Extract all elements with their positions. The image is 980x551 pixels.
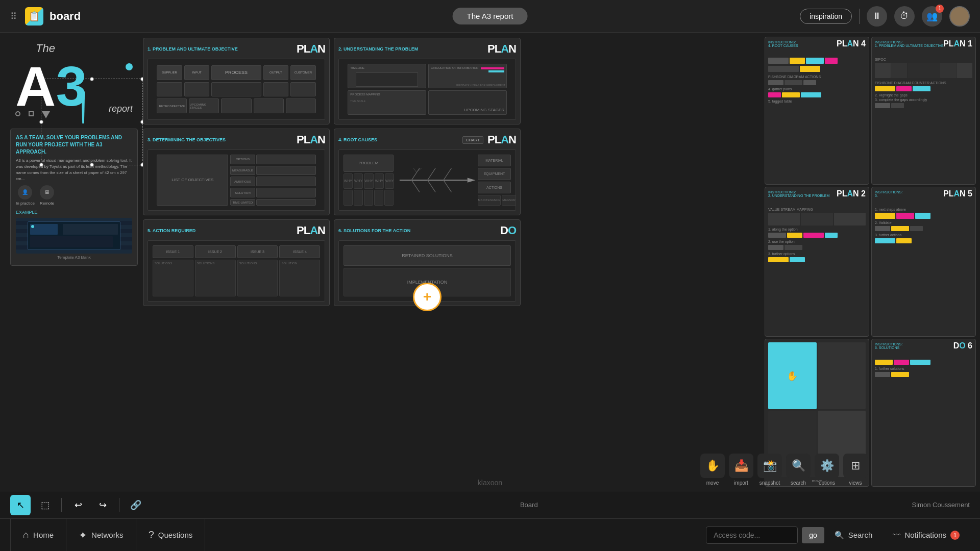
- do6-blocks: [875, 360, 972, 365]
- grid-row-3: 5. ACTION REQUIRED PLAN ISSUE 1 ISSUE 2 …: [143, 219, 521, 306]
- process-body-row: [157, 82, 315, 97]
- users-button[interactable]: 👥 1: [922, 6, 942, 27]
- m2b4: [825, 233, 838, 238]
- panel-5-number: 5. ACTION REQUIRED: [148, 228, 195, 233]
- select-tool-button[interactable]: ↖: [10, 495, 31, 515]
- why-b3: [364, 190, 373, 206]
- time-label: TIME SCALE: [350, 99, 424, 103]
- upcoming-stages-label: UPCOMING STAGES: [464, 108, 504, 112]
- link-tool-button[interactable]: 🔗: [126, 495, 146, 515]
- panel-4-number: 4. ROOT CAUSES: [338, 137, 377, 142]
- b4-1: [768, 58, 789, 64]
- do6-blocks2: [875, 372, 972, 377]
- issue-2: ISSUE 2: [195, 245, 236, 258]
- access-code-area: go: [706, 527, 824, 544]
- pause-icon: ⏸: [872, 11, 881, 21]
- panel-5-content: ISSUE 1 ISSUE 2 ISSUE 3 ISSUE 4 SOLUTION…: [148, 240, 325, 302]
- lasso-tool-button[interactable]: ⬚: [35, 495, 55, 515]
- b4-5: [768, 66, 799, 72]
- proc-b2: [184, 82, 210, 97]
- grid-row-2: 3. DETERMINING THE OBJECTIVES PLAN LIST …: [143, 129, 521, 215]
- und-3: PROCESS MAPPING TIME SCALE: [348, 90, 426, 115]
- document-title-button[interactable]: The A3 report: [453, 8, 528, 24]
- sipoc-5: [957, 63, 972, 78]
- handle-bl[interactable]: [39, 163, 43, 167]
- output-cell: OUTPUT: [263, 65, 289, 80]
- vsm-vis: [768, 213, 866, 226]
- root-f1: MAINTENANCE: [478, 195, 501, 206]
- questions-label: Questions: [158, 531, 193, 539]
- mini-2-list: 1. along the option: [768, 228, 866, 231]
- why-row: WHY WHY WHY WHY WHY: [344, 173, 394, 189]
- move-icon-btn[interactable]: ✋: [700, 454, 725, 478]
- nav-questions[interactable]: ? Questions: [136, 519, 206, 551]
- options-icon-btn[interactable]: ⚙️: [815, 454, 839, 478]
- handle-ml[interactable]: [39, 120, 43, 124]
- logo-text: board: [50, 10, 81, 23]
- undo-button[interactable]: ↩: [68, 495, 88, 515]
- mini-do6-content: 1. further solutions: [875, 360, 972, 377]
- users-badge: 1: [936, 5, 944, 13]
- panel-6: 6. SOLUTIONS FOR THE ACTION DO RETAINED …: [334, 219, 521, 306]
- process-map-vis: [350, 97, 424, 98]
- avatar[interactable]: [949, 6, 970, 27]
- handle-bm[interactable]: [90, 163, 94, 167]
- ambitious-cell: AMBITIOUS: [230, 177, 255, 186]
- go-button[interactable]: go: [802, 527, 824, 543]
- inspiration-button[interactable]: inspiration: [800, 9, 852, 24]
- pause-button[interactable]: ⏸: [867, 6, 887, 27]
- notifications-icon: 〰: [893, 531, 900, 539]
- add-button[interactable]: +: [413, 283, 442, 311]
- why-5: WHY: [385, 173, 394, 189]
- snapshot-icon-btn[interactable]: 📸: [757, 454, 782, 478]
- panel-6-badge: DO: [500, 224, 516, 237]
- snapshot-tool[interactable]: 📸 snapshot: [757, 454, 782, 486]
- mini-4-blocks: [768, 58, 866, 72]
- access-code-input[interactable]: [706, 527, 798, 544]
- measurable-cell: MEASURABLE: [230, 166, 255, 176]
- mini-plan-5-badge: PLAN 5: [943, 189, 972, 198]
- sipoc-3: [908, 63, 939, 78]
- sipoc-1: [875, 63, 891, 78]
- views-icon-btn[interactable]: ⊞: [843, 454, 868, 478]
- search-tool[interactable]: 🔍 search: [786, 454, 811, 486]
- import-icon-btn[interactable]: 📥: [729, 454, 753, 478]
- upcoming-cell: UPCOMING STAGES: [189, 98, 219, 113]
- redo-icon: ↪: [99, 499, 107, 511]
- notifications-badge: 1: [950, 531, 960, 540]
- notifications-label: Notifications: [904, 531, 946, 539]
- panel-6-content: RETAINED SOLUTIONS IMPLEMENTATION +: [338, 240, 516, 302]
- material-box: MATERIAL: [478, 155, 511, 166]
- chart-button[interactable]: CHART: [462, 136, 483, 144]
- nav-home[interactable]: ⌂ Home: [10, 519, 66, 551]
- options-label: options: [819, 480, 835, 486]
- timer-button[interactable]: ⏱: [894, 6, 915, 27]
- canvas-area[interactable]: The A3 report AS A T: [0, 33, 980, 491]
- pf4: [254, 98, 284, 113]
- views-tool[interactable]: ⊞ views: [843, 454, 868, 486]
- panel-2-badge: PLAN: [487, 42, 516, 56]
- do6b2: [894, 360, 909, 365]
- move-tool[interactable]: ✋ move: [700, 454, 725, 486]
- b4-3: [806, 58, 824, 64]
- obj-timeline-row: TIME-LIMITED: [230, 199, 315, 206]
- m5b3: [915, 213, 930, 219]
- sol-col-3: SOLUTIONS: [237, 260, 278, 296]
- remote-icon: 🖥: [40, 185, 54, 199]
- problem-box: PROBLEM: [344, 155, 394, 172]
- sipoc-4: [940, 63, 956, 78]
- vsm-1: [768, 213, 800, 226]
- import-tool[interactable]: 📥 import: [729, 454, 753, 486]
- mini-1-label2: FISHBONE DIAGRAM COUNTER ACTIONS: [875, 81, 972, 85]
- panel-3-header: 3. DETERMINING THE OBJECTIVES PLAN: [148, 133, 325, 146]
- redo-button[interactable]: ↪: [92, 495, 113, 515]
- options-tool[interactable]: ⚙️ options: [815, 454, 839, 486]
- search-icon-btn[interactable]: 🔍: [786, 454, 811, 478]
- notifications-nav-button[interactable]: 〰 Notifications 1: [883, 519, 970, 551]
- nav-networks[interactable]: ✦ Networks: [66, 519, 136, 551]
- why-2: WHY: [354, 173, 363, 189]
- m5b6: [910, 226, 923, 231]
- search-nav-button[interactable]: 🔍 Search: [824, 519, 883, 551]
- tool-divider-2: [119, 498, 119, 512]
- mini-4-blocks3: [768, 92, 866, 97]
